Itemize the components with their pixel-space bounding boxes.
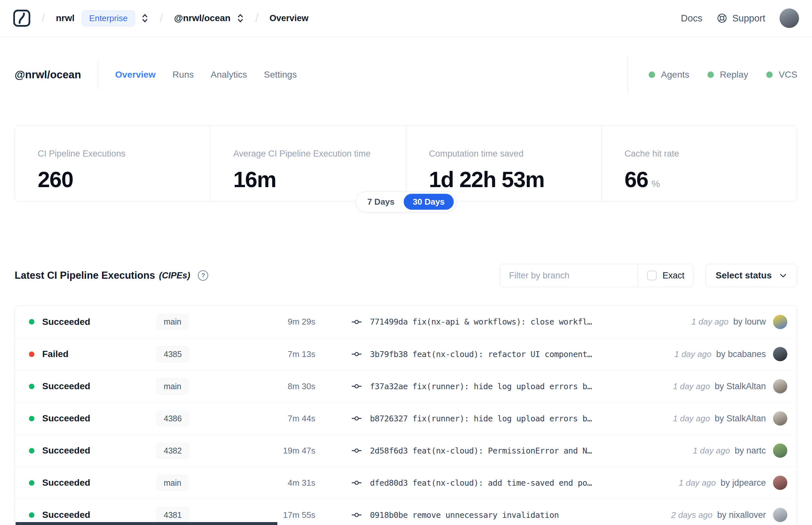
commit-message[interactable]: dfed80d3feat(nx-cloud): add time-saved e…	[370, 478, 679, 487]
status-select-dropdown[interactable]: Select status	[705, 264, 797, 287]
branch-cell: 4382	[156, 443, 263, 459]
status-dot-green	[649, 72, 655, 78]
status-cell: Succeeded	[29, 510, 156, 520]
branch-badge[interactable]: main	[156, 475, 189, 491]
author: by StalkAltan	[715, 381, 766, 391]
commit-message[interactable]: 0918b0beremove unnecessary invalidation	[370, 510, 671, 520]
git-commit-icon	[351, 445, 362, 456]
cipe-row[interactable]: Failed 4385 7m 13s 3b79fb38feat(nx-cloud…	[15, 338, 797, 370]
workspace-title: @nrwl/ocean	[15, 69, 81, 81]
cipe-row[interactable]: Succeeded main 9m 29s 771499dafix(nx-api…	[15, 306, 797, 338]
branch-badge[interactable]: 4381	[156, 507, 189, 523]
duration: 19m 47s	[263, 446, 316, 456]
branch-badge[interactable]: main	[156, 314, 189, 330]
commit-message[interactable]: 3b79fb38feat(nx-cloud): refactor UI comp…	[370, 349, 674, 359]
tab-overview[interactable]: Overview	[115, 70, 156, 80]
tab-analytics[interactable]: Analytics	[211, 70, 247, 80]
branch-badge[interactable]: main	[156, 378, 189, 394]
cipe-row[interactable]: Succeeded 4382 19m 47s 2d58f6d3feat(nx-c…	[15, 434, 797, 466]
breadcrumb-workspace[interactable]: @nrwl/ocean	[174, 13, 231, 24]
help-icon[interactable]: ?	[198, 270, 208, 281]
stat-card-cache-hit-rate: Cache hit rate 66%	[601, 125, 797, 202]
author-avatar[interactable]	[773, 444, 787, 458]
status-cell: Succeeded	[29, 381, 156, 391]
range-7-days[interactable]: 7 Days	[358, 194, 404, 210]
git-commit-icon	[351, 381, 362, 392]
status-dot	[29, 448, 34, 453]
integration-replay[interactable]: Replay	[707, 70, 748, 80]
cipe-section-header: Latest CI Pipeline Executions (CIPEs) ? …	[15, 264, 797, 287]
cipe-row[interactable]: Succeeded 4381 17m 55s 0918b0beremove un…	[15, 499, 797, 525]
status-dot-green	[766, 72, 773, 78]
workspace-header: @nrwl/ocean Overview Runs Analytics Sett…	[15, 55, 797, 94]
status-dot	[29, 384, 34, 389]
cipe-row[interactable]: Succeeded 4386 7m 44s b8726327fix(runner…	[15, 402, 797, 434]
duration: 8m 30s	[263, 381, 316, 391]
author-avatar[interactable]	[773, 347, 787, 361]
cipe-row[interactable]: Succeeded main 4m 31s dfed80d3feat(nx-cl…	[15, 466, 797, 499]
org-selector-chevrons-icon[interactable]	[141, 13, 149, 24]
integration-agents[interactable]: Agents	[649, 70, 689, 80]
workspace-selector-chevrons-icon[interactable]	[236, 13, 244, 24]
status-dot	[29, 512, 34, 518]
branch-filter-input[interactable]	[500, 264, 637, 287]
branch-cell: main	[156, 314, 263, 330]
time-ago: 2 days ago	[671, 510, 712, 520]
status-cell: Succeeded	[29, 317, 156, 327]
meta-cell: 1 day ago by lourw	[691, 317, 766, 327]
range-30-days[interactable]: 30 Days	[404, 194, 454, 210]
integration-vcs[interactable]: VCS	[766, 70, 797, 80]
bottom-partial-element	[16, 522, 277, 525]
user-avatar[interactable]	[780, 9, 799, 28]
branch-badge[interactable]: 4386	[156, 411, 189, 426]
time-ago: 1 day ago	[674, 349, 711, 359]
commit-message[interactable]: b8726327fix(runner): hide log upload err…	[370, 414, 673, 423]
author-avatar[interactable]	[773, 379, 787, 393]
commit-hash: dfed80d3	[370, 478, 408, 487]
branch-badge[interactable]: 4385	[156, 346, 189, 362]
author-avatar[interactable]	[773, 315, 787, 329]
author: by nartc	[735, 446, 766, 455]
cipe-table: Succeeded main 9m 29s 771499dafix(nx-api…	[15, 305, 797, 525]
author-avatar[interactable]	[773, 411, 787, 425]
breadcrumb-separator: /	[160, 11, 163, 25]
author-avatar[interactable]	[773, 508, 787, 522]
duration: 9m 29s	[263, 317, 316, 327]
meta-cell: 1 day ago by StalkAltan	[673, 414, 766, 424]
commit-hash: b8726327	[370, 414, 408, 423]
support-link[interactable]: Support	[717, 13, 765, 24]
breadcrumb-org[interactable]: nrwl	[56, 13, 75, 24]
git-commit-icon	[351, 316, 362, 328]
integration-status-list: Agents Replay VCS	[649, 70, 797, 80]
git-commit-icon	[351, 509, 362, 521]
commit-hash: 771499da	[370, 317, 408, 327]
lifebuoy-icon	[717, 13, 727, 24]
exact-checkbox[interactable]	[647, 271, 657, 280]
status-label: Succeeded	[42, 381, 90, 391]
status-cell: Succeeded	[29, 413, 156, 424]
cipe-row[interactable]: Succeeded main 8m 30s f37a32aefix(runner…	[15, 370, 797, 402]
tab-runs[interactable]: Runs	[172, 70, 194, 80]
exact-match-toggle[interactable]: Exact	[638, 264, 694, 287]
commit-message[interactable]: f37a32aefix(runner): hide log upload err…	[370, 382, 673, 391]
time-ago: 1 day ago	[691, 317, 729, 327]
commit-message[interactable]: 2d58f6d3feat(nx-cloud): PermissionError …	[370, 446, 693, 455]
status-dot-green	[707, 72, 714, 78]
branch-badge[interactable]: 4382	[156, 443, 189, 459]
meta-cell: 1 day ago by jdpearce	[679, 478, 766, 488]
stats-cards: CI Pipeline Executions 260 Average CI Pi…	[15, 125, 797, 202]
author: by nixallover	[717, 510, 766, 520]
status-label: Succeeded	[42, 510, 90, 520]
status-dot	[29, 480, 34, 486]
docs-link[interactable]: Docs	[681, 13, 702, 24]
workspace-tabs: Overview Runs Analytics Settings	[115, 70, 297, 80]
nx-cloud-logo-icon[interactable]	[13, 10, 31, 27]
author-avatar[interactable]	[773, 476, 787, 490]
meta-cell: 2 days ago by nixallover	[671, 510, 766, 520]
commit-message[interactable]: 771499dafix(nx-api & workflows): close w…	[370, 317, 691, 327]
status-dot	[29, 351, 34, 357]
tab-settings[interactable]: Settings	[264, 70, 297, 80]
git-commit-icon	[351, 477, 362, 488]
meta-cell: 1 day ago by nartc	[693, 446, 766, 456]
duration: 7m 13s	[263, 349, 316, 359]
